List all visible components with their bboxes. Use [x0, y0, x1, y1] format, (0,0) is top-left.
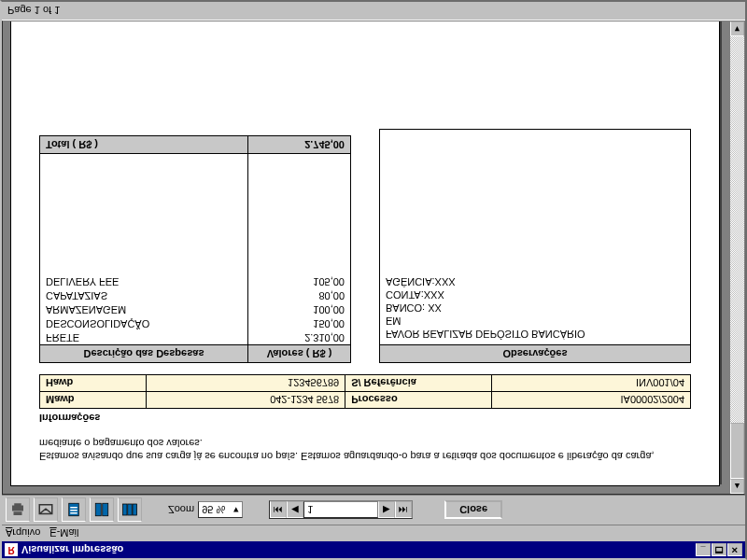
svg-rect-8 — [133, 505, 137, 516]
mail-button[interactable] — [34, 498, 58, 523]
table-row: CAPATAZIAS80,00 — [40, 289, 351, 303]
referencia-label: S/ Referência — [345, 375, 491, 392]
info-heading: Informações — [39, 413, 691, 424]
view-multi-button[interactable] — [118, 498, 142, 523]
svg-rect-4 — [95, 504, 101, 517]
close-window-button[interactable]: ✕ — [727, 543, 742, 556]
document-page: Estamos avisando que sua carga já se enc… — [10, 21, 720, 486]
scroll-up-button[interactable]: ▲ — [730, 479, 744, 494]
app-icon: R — [5, 543, 18, 556]
expenses-header-desc: Descrição das Despesas — [40, 345, 248, 363]
info-table: Mawb 042-1234 5678 Processo IA00002/2004… — [39, 374, 691, 409]
processo-value: IA00002/2004 — [491, 392, 690, 409]
zoom-group: Zoom 95 % ▾ — [168, 502, 243, 519]
scroll-track[interactable] — [730, 36, 744, 479]
window: R Visualizar Impressão _ 🗖 ✕ Arquivo E-M… — [0, 0, 747, 560]
title-bar: R Visualizar Impressão _ 🗖 ✕ — [2, 541, 745, 558]
minimize-button[interactable]: _ — [696, 543, 711, 556]
table-row: DESCONSOLIDAÇÃO150,00 — [40, 317, 351, 331]
chevron-down-icon[interactable]: ▾ — [233, 504, 239, 516]
page-single-icon — [65, 502, 82, 519]
body-paragraph: Estamos avisando que sua carga já se enc… — [39, 437, 691, 463]
preview-area: Estamos avisando que sua carga já se enc… — [2, 21, 745, 495]
window-title: Visualizar Impressão — [21, 544, 696, 555]
svg-rect-6 — [123, 505, 128, 516]
printer-icon — [9, 502, 26, 519]
page-multi-icon — [121, 502, 138, 519]
status-bar: Page 1 of 1 — [2, 2, 745, 21]
svg-rect-1 — [70, 513, 78, 515]
scroll-down-button[interactable]: ▼ — [730, 21, 744, 36]
table-row: FRETE2.310,00 — [40, 331, 351, 345]
expenses-table: Descrição das Despesas Valores ( R$ ) FR… — [39, 135, 351, 363]
observations-table: Observações FAVOR REALIZAR DEPÓSITO BANC… — [379, 129, 691, 363]
menu-email[interactable]: E-Mail — [49, 528, 78, 539]
svg-rect-5 — [103, 504, 108, 517]
menu-arquivo[interactable]: Arquivo — [6, 528, 40, 539]
total-value: 2.745,00 — [248, 136, 351, 154]
view-single-button[interactable] — [62, 498, 86, 523]
referencia-value: INV001/04 — [491, 375, 690, 392]
page-status: Page 1 of 1 — [7, 6, 60, 17]
svg-rect-2 — [70, 511, 78, 512]
zoom-label: Zoom — [168, 505, 194, 516]
scroll-thumb[interactable] — [730, 423, 744, 479]
view-double-button[interactable] — [90, 498, 114, 523]
print-button[interactable] — [6, 498, 30, 523]
page-nav: ⏮ ◀ 1 ▶ ⏭ — [269, 501, 413, 520]
svg-rect-7 — [128, 505, 133, 516]
svg-rect-3 — [70, 508, 78, 510]
maximize-button[interactable]: 🗖 — [712, 543, 726, 556]
mawb-label: Mawb — [40, 392, 147, 409]
table-row: ARMAZENAGEM100,00 — [40, 303, 351, 317]
page-double-icon — [93, 502, 110, 519]
total-label: Total ( R$ ) — [40, 136, 248, 154]
zoom-input[interactable]: 95 % ▾ — [198, 502, 243, 519]
observations-header: Observações — [380, 345, 691, 363]
menu-bar: Arquivo E-Mail — [2, 525, 745, 541]
processo-label: Processo — [345, 392, 491, 409]
expenses-header-val: Valores ( R$ ) — [248, 345, 351, 363]
mawb-value: 042-1234 5678 — [146, 392, 345, 409]
toolbar: Zoom 95 % ▾ ⏮ ◀ 1 ▶ ⏭ Close — [2, 495, 745, 525]
last-page-button[interactable]: ⏭ — [395, 502, 412, 519]
next-page-button[interactable]: ▶ — [378, 502, 395, 519]
table-row: DELIVERY FEE105,00 — [40, 275, 351, 289]
hawb-label: Hawb — [40, 375, 147, 392]
hawb-value: 123456789 — [146, 375, 345, 392]
observations-body: FAVOR REALIZAR DEPÓSITO BANCÁRIO EM BANC… — [380, 130, 691, 345]
close-button[interactable]: Close — [444, 501, 502, 520]
prev-page-button[interactable]: ◀ — [287, 502, 303, 519]
page-input[interactable]: 1 — [303, 502, 378, 519]
vertical-scrollbar[interactable]: ▲ ▼ — [729, 21, 744, 494]
first-page-button[interactable]: ⏮ — [270, 502, 287, 519]
window-buttons: _ 🗖 ✕ — [696, 543, 742, 556]
envelope-icon — [37, 502, 54, 519]
